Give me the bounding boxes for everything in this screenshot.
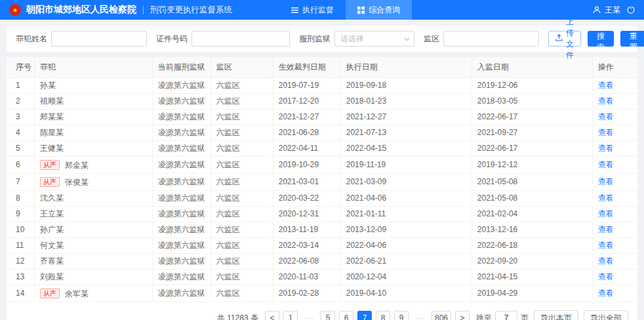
- operation-cell: 查看: [592, 222, 637, 238]
- criminal-name-input[interactable]: [51, 31, 147, 47]
- current-prison: 凌源第六监狱: [152, 78, 211, 94]
- view-link[interactable]: 查看: [598, 289, 614, 298]
- page-button-7[interactable]: 7: [357, 311, 372, 320]
- table-row: 3郑某某凌源第六监狱六监区2021-12-272021-12-272022-06…: [7, 110, 637, 125]
- operation-cell: 查看: [592, 207, 637, 222]
- table-row: 14从严余军某凌源第六监狱六监区2019-02-282019-04-102019…: [7, 285, 637, 302]
- criminal-name-label: 罪犯姓名: [16, 33, 47, 45]
- row-index: 13: [7, 270, 34, 285]
- search-button[interactable]: 搜索: [588, 31, 614, 47]
- national-emblem-icon: ★: [9, 4, 21, 16]
- page-button-5[interactable]: 5: [321, 311, 335, 320]
- next-page-button[interactable]: >: [455, 311, 470, 320]
- view-link[interactable]: 查看: [598, 96, 614, 106]
- operation-cell: 查看: [592, 254, 637, 270]
- prison-select[interactable]: 请选择: [334, 31, 414, 47]
- entry-date: 2021-05-08: [472, 191, 592, 207]
- judgment-date: 2021-12-27: [273, 110, 340, 125]
- current-prison: 凌源第六监狱: [152, 94, 211, 110]
- criminal-name: 祖顺某: [40, 96, 64, 106]
- upload-file-button[interactable]: 上传文件: [548, 31, 581, 47]
- execution-date: 2022-04-15: [340, 141, 472, 157]
- jump-page-input[interactable]: [495, 311, 517, 320]
- criminal-name-cell: 齐喜某: [34, 254, 152, 270]
- current-prison: 凌源第六监狱: [152, 157, 211, 174]
- row-index: 7: [7, 174, 34, 191]
- criminal-name: 刘殿某: [40, 272, 64, 281]
- logout-power-icon[interactable]: [627, 6, 635, 14]
- district-input[interactable]: [443, 31, 539, 47]
- column-header: 操作: [592, 57, 637, 78]
- view-link[interactable]: 查看: [598, 209, 614, 218]
- view-link[interactable]: 查看: [598, 81, 614, 90]
- page-ellipsis[interactable]: ···: [302, 311, 317, 320]
- filter-criminal-name: 罪犯姓名: [16, 31, 147, 47]
- judgment-date: 2022-04-11: [273, 141, 340, 157]
- view-link[interactable]: 查看: [598, 193, 614, 203]
- execution-date: 2021-01-11: [340, 207, 472, 222]
- view-link[interactable]: 查看: [598, 272, 614, 281]
- page-button-806[interactable]: 806: [432, 311, 451, 320]
- jump-group: 跳至 页: [476, 311, 529, 320]
- table-row: 12齐喜某凌源第六监狱六监区2022-06-082022-06-212022-0…: [7, 254, 637, 270]
- execution-date: 2019-11-19: [340, 157, 472, 174]
- criminal-name: 张俊某: [65, 178, 89, 187]
- prev-page-button[interactable]: <: [265, 311, 279, 320]
- nav-item-label: 执行监督: [302, 5, 334, 16]
- view-link[interactable]: 查看: [598, 112, 614, 121]
- nav-item-label: 综合查询: [369, 5, 400, 16]
- execution-date: 2018-01-23: [340, 94, 472, 110]
- nav-item-execution-supervision[interactable]: 执行监督: [279, 0, 346, 20]
- criminal-name-cell: 从严郑金某: [34, 157, 152, 174]
- criminal-name-cell: 从严张俊某: [34, 174, 152, 191]
- row-index: 2: [7, 94, 34, 110]
- page-button-1[interactable]: 1: [283, 311, 298, 320]
- view-link[interactable]: 查看: [598, 241, 614, 250]
- criminal-name: 王健某: [40, 144, 64, 153]
- export-all-button[interactable]: 导出全部: [584, 310, 628, 320]
- view-link[interactable]: 查看: [598, 144, 614, 153]
- strict-badge: 从严: [40, 289, 60, 298]
- reset-button[interactable]: 重置: [620, 31, 644, 47]
- entry-date: 2019-12-12: [472, 157, 592, 174]
- row-index: 1: [7, 78, 34, 94]
- entry-date: 2021-02-04: [472, 207, 592, 222]
- judgment-date: 2019-02-28: [273, 285, 340, 302]
- total-count: 共 11283 条: [217, 313, 258, 320]
- criminal-name-cell: 祖顺某: [34, 94, 152, 110]
- export-page-button[interactable]: 导出本页: [534, 310, 578, 320]
- view-link[interactable]: 查看: [598, 256, 614, 266]
- criminal-name-cell: 从严余军某: [34, 285, 152, 302]
- view-link[interactable]: 查看: [598, 160, 614, 169]
- criminal-name: 孙某: [40, 81, 56, 90]
- user-area: 王某: [593, 5, 635, 16]
- user-icon: [593, 6, 601, 14]
- table-row: 4陈星某凌源第六监狱六监区2021-06-282021-07-132021-09…: [7, 125, 637, 141]
- operation-cell: 查看: [592, 157, 637, 174]
- view-link[interactable]: 查看: [598, 225, 614, 234]
- page-ellipsis[interactable]: ···: [413, 311, 428, 320]
- filter-id-number: 证件号码: [156, 31, 290, 47]
- prison-district: 六监区: [211, 191, 273, 207]
- row-index: 10: [7, 222, 34, 238]
- entry-date: 2021-09-27: [472, 125, 592, 141]
- column-header: 监区: [211, 57, 273, 78]
- table-row: 5王健某凌源第六监狱六监区2022-04-112022-04-152022-06…: [7, 141, 637, 157]
- column-header: 执行日期: [340, 57, 472, 78]
- view-link[interactable]: 查看: [598, 128, 614, 137]
- page-button-8[interactable]: 8: [376, 311, 390, 320]
- entry-date: 2019-12-06: [472, 78, 592, 94]
- table-row: 9王立某凌源第六监狱六监区2020-12-312021-01-112021-02…: [7, 207, 637, 222]
- id-number-input[interactable]: [191, 31, 290, 47]
- nav-item-comprehensive-query[interactable]: 综合查询: [346, 0, 412, 20]
- page-button-9[interactable]: 9: [394, 311, 409, 320]
- user-name[interactable]: 王某: [605, 5, 620, 16]
- view-link[interactable]: 查看: [598, 177, 614, 186]
- pagination-bar: 共 11283 条 <1···56789···806> 跳至 页 导出本页 导出…: [7, 302, 637, 320]
- entry-date: 2021-05-08: [472, 174, 592, 191]
- page-button-6[interactable]: 6: [339, 311, 353, 320]
- criminal-name-cell: 孙某: [34, 78, 152, 94]
- row-index: 9: [7, 207, 34, 222]
- prison-district: 六监区: [211, 222, 273, 238]
- table-row: 10孙广某凌源第六监狱六监区2013-11-192013-12-092013-1…: [7, 222, 637, 238]
